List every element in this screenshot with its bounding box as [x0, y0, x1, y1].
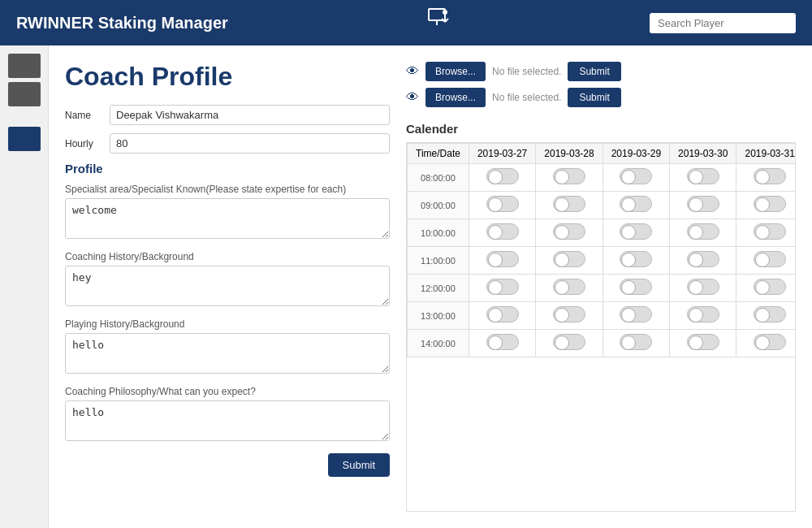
toggle-cell[interactable]	[536, 247, 603, 275]
sidebar-item-1[interactable]	[8, 54, 41, 78]
toggle-cell[interactable]	[536, 302, 603, 330]
toggle-switch[interactable]	[687, 279, 719, 295]
toggle-switch[interactable]	[486, 196, 519, 212]
toggle-switch[interactable]	[754, 223, 786, 240]
toggle-cell[interactable]	[603, 219, 669, 247]
toggle-cell[interactable]	[736, 192, 796, 219]
toggle-switch[interactable]	[754, 334, 786, 350]
toggle-switch[interactable]	[620, 306, 652, 322]
toggle-cell[interactable]	[469, 164, 535, 192]
coaching-philosophy-textarea[interactable]: hello	[65, 400, 390, 441]
toggle-switch[interactable]	[687, 251, 719, 267]
toggle-switch[interactable]	[754, 306, 786, 322]
toggle-switch[interactable]	[553, 223, 585, 240]
toggle-switch[interactable]	[553, 306, 585, 322]
toggle-cell[interactable]	[736, 275, 796, 302]
toggle-cell[interactable]	[536, 330, 603, 357]
toggle-cell[interactable]	[469, 302, 535, 330]
toggle-cell[interactable]	[670, 219, 736, 247]
toggle-cell[interactable]	[603, 302, 669, 330]
toggle-switch[interactable]	[687, 223, 719, 240]
toggle-cell[interactable]	[603, 192, 669, 219]
browse-button-1[interactable]: Browse...	[425, 62, 486, 81]
toggle-cell[interactable]	[736, 164, 796, 192]
form-submit-button[interactable]: Submit	[328, 453, 390, 477]
toggle-switch[interactable]	[553, 334, 585, 350]
toggle-switch[interactable]	[754, 279, 786, 295]
hourly-input[interactable]	[110, 133, 390, 154]
col-header-4: 2019-03-31	[736, 144, 796, 164]
eye-icon-2[interactable]: 👁	[406, 90, 419, 105]
coaching-history-textarea[interactable]: hey	[65, 266, 390, 306]
toggle-cell[interactable]	[736, 219, 796, 247]
toggle-switch[interactable]	[687, 168, 719, 184]
toggle-switch[interactable]	[687, 306, 719, 322]
browse-button-2[interactable]: Browse...	[425, 88, 486, 107]
toggle-cell[interactable]	[469, 275, 535, 302]
toggle-switch[interactable]	[620, 334, 652, 350]
toggle-cell[interactable]	[536, 192, 603, 219]
eye-icon-1[interactable]: 👁	[406, 64, 419, 79]
toggle-switch[interactable]	[553, 251, 585, 267]
toggle-cell[interactable]	[670, 275, 736, 302]
toggle-cell[interactable]	[736, 247, 796, 275]
toggle-switch[interactable]	[620, 251, 652, 267]
toggle-cell[interactable]	[603, 275, 669, 302]
toggle-cell[interactable]	[670, 330, 736, 357]
toggle-cell[interactable]	[603, 247, 669, 275]
toggle-switch[interactable]	[486, 251, 519, 267]
toggle-switch[interactable]	[687, 196, 719, 212]
toggle-cell[interactable]	[603, 164, 669, 192]
calendar-wrapper[interactable]: Time/Date 2019-03-27 2019-03-28 2019-03-…	[406, 142, 796, 512]
toggle-switch[interactable]	[687, 334, 719, 350]
toggle-cell[interactable]	[536, 275, 603, 302]
upload-submit-button-2[interactable]: Submit	[568, 88, 620, 107]
toggle-switch[interactable]	[754, 251, 786, 267]
toggle-cell[interactable]	[469, 219, 535, 247]
toggle-cell[interactable]	[670, 192, 736, 219]
specialist-textarea[interactable]: welcome	[65, 198, 390, 239]
playing-history-textarea[interactable]: hello	[65, 333, 390, 374]
file-status-1: No file selected.	[492, 66, 561, 77]
search-input[interactable]	[650, 13, 796, 33]
upload-submit-button-1[interactable]: Submit	[568, 62, 620, 81]
toggle-switch[interactable]	[754, 196, 786, 212]
name-input[interactable]	[110, 105, 390, 125]
toggle-switch[interactable]	[620, 196, 652, 212]
toggle-cell[interactable]	[670, 164, 736, 192]
toggle-switch[interactable]	[486, 223, 519, 240]
toggle-switch[interactable]	[553, 279, 585, 295]
app-title: RWINNER Staking Manager	[16, 14, 228, 32]
col-header-2: 2019-03-29	[603, 144, 669, 164]
toggle-cell[interactable]	[670, 247, 736, 275]
toggle-cell[interactable]	[536, 219, 603, 247]
sidebar-item-active[interactable]	[8, 127, 41, 151]
file-status-2: No file selected.	[492, 92, 561, 103]
toggle-cell[interactable]	[736, 302, 796, 330]
toggle-switch[interactable]	[620, 279, 652, 295]
toggle-switch[interactable]	[620, 223, 652, 240]
toggle-switch[interactable]	[553, 168, 585, 184]
name-field-row: Name	[65, 105, 390, 125]
main-layout: Coach Profile Name Hourly Profile Specia…	[0, 45, 812, 528]
toggle-switch[interactable]	[754, 168, 786, 184]
toggle-cell[interactable]	[469, 330, 535, 357]
toggle-cell[interactable]	[736, 330, 796, 357]
toggle-switch[interactable]	[486, 306, 519, 322]
toggle-cell[interactable]	[603, 330, 669, 357]
toggle-cell[interactable]	[670, 302, 736, 330]
toggle-switch[interactable]	[486, 279, 519, 295]
toggle-cell[interactable]	[469, 192, 535, 219]
sidebar-item-2[interactable]	[8, 82, 41, 106]
toggle-cell[interactable]	[536, 164, 603, 192]
toggle-cell[interactable]	[469, 247, 535, 275]
col-header-0: 2019-03-27	[469, 144, 535, 164]
toggle-switch[interactable]	[553, 196, 585, 212]
toggle-switch[interactable]	[486, 334, 519, 350]
toggle-switch[interactable]	[620, 168, 652, 184]
col-header-3: 2019-03-30	[670, 144, 736, 164]
toggle-switch[interactable]	[486, 168, 519, 184]
time-cell: 12:00:00	[408, 275, 469, 302]
table-row: 12:00:00	[408, 275, 797, 302]
time-cell: 08:00:00	[408, 164, 469, 192]
